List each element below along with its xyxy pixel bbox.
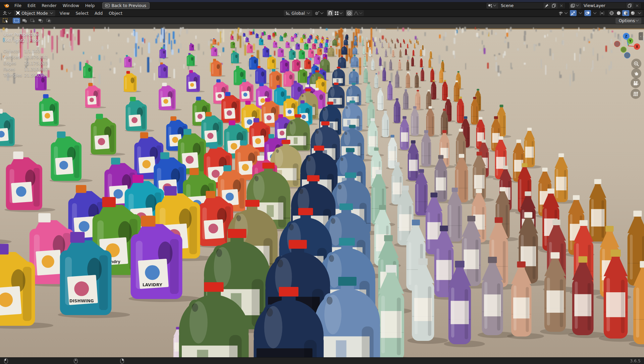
viewlayer-selector: ViewLayer × xyxy=(569,2,641,9)
scene-selector: Scene × xyxy=(486,2,566,9)
menu-add[interactable]: Add xyxy=(92,10,106,17)
menu-file[interactable]: File xyxy=(11,2,24,9)
menu-object[interactable]: Object xyxy=(106,10,125,17)
stat-triangles: Triangles21,590,981 xyxy=(3,72,48,78)
menu-view[interactable]: View xyxy=(57,10,73,17)
viewlayer-name-field[interactable]: ViewLayer xyxy=(581,3,626,9)
snap-toggle[interactable] xyxy=(327,10,333,16)
overlays-dropdown[interactable] xyxy=(592,10,598,16)
shading-mode-group xyxy=(608,10,643,16)
chevron-down-icon xyxy=(359,11,362,14)
shading-dropdown[interactable] xyxy=(636,10,643,16)
new-scene-button[interactable] xyxy=(550,3,557,9)
mode-selector[interactable]: Object Mode xyxy=(14,10,55,16)
show-gizmo-toggle[interactable] xyxy=(570,10,577,16)
scene-render[interactable]: LandryLAVIDRYDISHWINGHD 10WHD 10W xyxy=(0,24,644,357)
menu-edit[interactable]: Edit xyxy=(24,2,39,9)
chevron-down-icon xyxy=(638,11,641,14)
proportional-editing-toggle[interactable] xyxy=(346,10,353,16)
svg-text:LAVIDRY: LAVIDRY xyxy=(143,282,163,287)
pin-icon xyxy=(545,4,549,8)
object-visibility-selector[interactable] xyxy=(557,10,569,16)
viewport-3d[interactable]: LandryLAVIDRYDISHWINGHD 10WHD 10W User P… xyxy=(0,24,644,357)
viewlayer-browse-button[interactable] xyxy=(569,3,581,9)
camera-view-button[interactable] xyxy=(631,78,641,88)
mouse-left-click-icon xyxy=(4,358,8,364)
magnifier-plus-icon xyxy=(634,61,639,67)
chevron-down-icon xyxy=(593,11,597,14)
chevron-down-icon xyxy=(576,3,579,6)
new-viewlayer-button[interactable] xyxy=(626,3,633,9)
copy-icon xyxy=(628,3,632,8)
remove-viewlayer-button close-icon[interactable]: × xyxy=(633,3,641,9)
gizmo-y-label: Y xyxy=(629,39,632,43)
shading-material-preview-button[interactable] xyxy=(622,10,629,16)
statistics-overlay: Objects1/1,503 Vertices10,879,441 Edges2… xyxy=(3,48,48,78)
back-to-previous-label: Back to Previous xyxy=(111,3,146,8)
unlink-scene-button close-icon[interactable]: × xyxy=(557,3,565,9)
pin-scene-button[interactable] xyxy=(543,3,550,9)
status-bar: 3.6.5 xyxy=(0,357,644,364)
viewport-header: Object Mode View Select Add Object Globa… xyxy=(0,10,644,17)
select-invert-button[interactable] xyxy=(37,18,44,23)
shading-wireframe-button[interactable] xyxy=(608,10,615,16)
copy-icon xyxy=(552,3,556,8)
transform-orientation-selector[interactable]: Global xyxy=(284,10,312,16)
viewlayer-icon xyxy=(571,4,575,8)
blender-window: File Edit Render Window Help Back to Pre… xyxy=(0,0,644,364)
select-set-button[interactable] xyxy=(13,18,20,23)
menu-select[interactable]: Select xyxy=(72,10,92,17)
camera-icon xyxy=(633,81,639,86)
options-button[interactable]: Options xyxy=(615,18,641,24)
object-mode-icon xyxy=(16,11,20,15)
chevron-down-icon xyxy=(339,11,342,14)
chevron-down-icon xyxy=(307,11,310,14)
scene-browse-button[interactable] xyxy=(486,3,498,9)
stat-vertices: Vertices10,879,441 xyxy=(3,54,48,60)
menu-render[interactable]: Render xyxy=(39,2,60,9)
snap-target-selector[interactable] xyxy=(333,10,344,16)
magnet-icon xyxy=(328,11,332,15)
editor-type-button[interactable] xyxy=(1,10,13,16)
proportional-edit-group xyxy=(346,10,364,16)
stat-edges: Edges22,175,023 xyxy=(3,60,48,66)
select-intersect-button[interactable] xyxy=(45,18,52,23)
back-to-previous-button[interactable]: Back to Previous xyxy=(102,2,150,9)
toggle-perspective-grid-button[interactable] xyxy=(631,89,641,99)
move-view-button[interactable] xyxy=(631,68,641,78)
blender-logo-icon[interactable] xyxy=(3,3,9,8)
transform-snap-group: Global xyxy=(282,10,364,16)
falloff-selector[interactable] xyxy=(353,10,364,16)
material-sphere-icon xyxy=(623,11,628,15)
shading-rendered-button[interactable] xyxy=(629,10,636,16)
toggle-xray[interactable] xyxy=(599,10,605,16)
snap-increment-icon xyxy=(334,11,339,15)
rendered-sphere-icon xyxy=(630,11,635,15)
show-overlays-toggle[interactable] xyxy=(584,10,591,16)
chevron-down-icon xyxy=(8,11,11,14)
gizmo-dropdown[interactable] xyxy=(577,10,584,16)
smooth-falloff-icon xyxy=(354,11,359,15)
select-extend-button[interactable] xyxy=(21,18,28,23)
mouse-middle-click-icon xyxy=(74,358,78,364)
perspective-label: User Perspective xyxy=(3,32,40,38)
orientation-label: Global xyxy=(291,11,305,16)
tool-settings-bar: Options xyxy=(0,17,644,24)
stat-faces: Faces11,310,487 xyxy=(3,66,48,72)
active-tool-select-box-icon[interactable] xyxy=(3,18,9,23)
menu-window[interactable]: Window xyxy=(60,2,82,9)
shading-solid-button[interactable] xyxy=(615,10,622,16)
pivot-point-selector[interactable] xyxy=(314,10,325,16)
sidebar-toggle-arrow[interactable]: ‹ xyxy=(639,32,643,40)
scene-name-field[interactable]: Scene xyxy=(498,3,543,9)
hand-icon xyxy=(634,71,639,76)
blender-version: 3.6.5 xyxy=(630,358,641,363)
menu-help[interactable]: Help xyxy=(82,2,98,9)
pivot-point-icon xyxy=(315,11,320,15)
proportional-editing-icon xyxy=(347,11,352,15)
wireframe-sphere-icon xyxy=(609,11,614,15)
select-subtract-button[interactable] xyxy=(29,18,36,23)
zoom-button[interactable] xyxy=(631,59,641,69)
overlays-icon xyxy=(585,11,590,15)
snap-group xyxy=(327,10,344,16)
